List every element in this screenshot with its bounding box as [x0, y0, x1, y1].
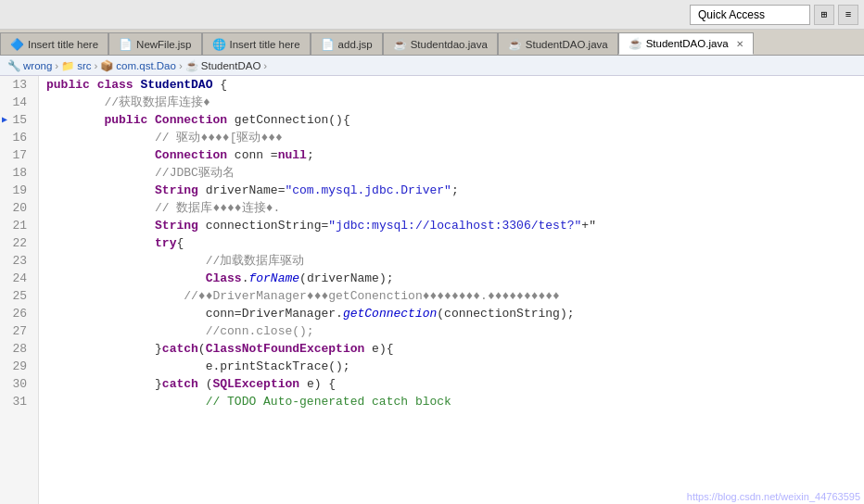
- tab-label-1: Insert title here: [28, 39, 98, 50]
- tab-icon-1: 🔷: [10, 38, 24, 51]
- code-line-21: String connectionString="jdbc:mysql://lo…: [39, 217, 864, 234]
- line-num-25: 25: [0, 287, 32, 305]
- code-line-15: public Connection getConnection(){: [39, 111, 864, 129]
- tab-studentdao-java-1[interactable]: ☕ Studentdao.java: [383, 32, 498, 55]
- breadcrumb-package[interactable]: com.qst.Dao: [116, 60, 176, 71]
- code-line-14: //获取数据库连接♦: [39, 94, 864, 111]
- code-line-29: e.printStackTrace();: [39, 358, 864, 375]
- breadcrumb-src-icon: 📁: [61, 59, 74, 72]
- tab-icon-7: ☕: [629, 37, 642, 50]
- quick-access-area: Quick Access ⊞ ≡: [690, 5, 858, 25]
- tab-label-4: add.jsp: [338, 39, 373, 50]
- breadcrumb-wrong[interactable]: wrong: [23, 60, 52, 71]
- tab-studentdao-java-2[interactable]: ☕ StudentDAO.java: [498, 32, 618, 55]
- quick-access-label: Quick Access: [698, 8, 765, 21]
- tab-icon-6: ☕: [508, 38, 522, 51]
- code-line-26: conn=DriverManager.getConnection(connect…: [39, 305, 864, 322]
- toolbar-icon-2[interactable]: ≡: [838, 5, 858, 25]
- tab-studentdao-java-3[interactable]: ☕ StudentDAO.java ✕: [618, 32, 754, 55]
- code-line-22: try{: [39, 234, 864, 252]
- tab-insert-title-1[interactable]: 🔷 Insert title here: [0, 32, 108, 55]
- code-line-19: String driverName="com.mysql.jdbc.Driver…: [39, 182, 864, 199]
- title-bar: Quick Access ⊞ ≡: [0, 0, 864, 30]
- breadcrumb: 🔧 wrong › 📁 src › 📦 com.qst.Dao › ☕ Stud…: [0, 56, 864, 76]
- code-line-24: Class.forName(driverName);: [39, 270, 864, 287]
- code-line-31: // TODO Auto-generated catch block: [39, 393, 864, 410]
- tab-icon-4: 📄: [321, 38, 335, 51]
- code-area: 13 14 15 16 17 18 19 20 21 22 23 24 25 2…: [0, 76, 864, 504]
- line-num-15: 15: [0, 111, 32, 129]
- line-num-13: 13: [0, 76, 32, 94]
- line-num-21: 21: [0, 217, 32, 234]
- tab-newfile-jsp[interactable]: 📄 NewFile.jsp: [108, 32, 201, 55]
- code-line-13: public class StudentDAO {: [39, 76, 864, 94]
- line-num-17: 17: [0, 146, 32, 164]
- line-num-23: 23: [0, 252, 32, 270]
- line-num-18: 18: [0, 164, 32, 182]
- code-line-30: } catch (SQLException e) {: [39, 375, 864, 393]
- line-numbers: 13 14 15 16 17 18 19 20 21 22 23 24 25 2…: [0, 76, 39, 504]
- code-line-27: //conn.close();: [39, 322, 864, 340]
- tab-add-jsp[interactable]: 📄 add.jsp: [311, 32, 383, 55]
- tab-icon-5: ☕: [393, 38, 407, 51]
- line-num-27: 27: [0, 322, 32, 340]
- line-num-20: 20: [0, 199, 32, 217]
- tab-label-7: StudentDAO.java: [646, 38, 729, 49]
- line-num-24: 24: [0, 270, 32, 287]
- breadcrumb-class: StudentDAO: [201, 60, 261, 71]
- tab-close-icon[interactable]: ✕: [736, 39, 743, 49]
- code-line-25: //♦♦DriverManager♦♦♦getConenction♦♦♦♦♦♦♦…: [39, 287, 864, 305]
- tab-label-6: StudentDAO.java: [526, 39, 608, 50]
- tab-label-5: Studentdao.java: [411, 39, 488, 50]
- line-num-14: 14: [0, 94, 32, 111]
- breadcrumb-src[interactable]: src: [77, 60, 91, 71]
- line-num-30: 30: [0, 375, 32, 393]
- code-line-23: //加载数据库驱动: [39, 252, 864, 270]
- code-line-16: // 驱动♦♦♦♦[驱动♦♦♦: [39, 129, 864, 146]
- breadcrumb-class-icon: ☕: [185, 59, 198, 72]
- tab-label-2: NewFile.jsp: [136, 39, 191, 50]
- code-line-18: //JDBC驱动名: [39, 164, 864, 182]
- line-num-29: 29: [0, 358, 32, 375]
- tab-icon-2: 📄: [119, 38, 133, 51]
- tab-bar: 🔷 Insert title here 📄 NewFile.jsp 🌐 Inse…: [0, 30, 864, 56]
- line-num-16: 16: [0, 129, 32, 146]
- code-content: public class StudentDAO { //获取数据库连接♦ pub…: [39, 76, 864, 504]
- code-line-17: Connection conn = null;: [39, 146, 864, 164]
- line-num-28: 28: [0, 340, 32, 358]
- watermark: https://blog.csdn.net/weixin_44763595: [683, 489, 864, 504]
- line-num-19: 19: [0, 182, 32, 199]
- breadcrumb-pkg-icon: 📦: [100, 59, 113, 72]
- tab-insert-title-2[interactable]: 🌐 Insert title here: [202, 32, 311, 55]
- line-num-22: 22: [0, 234, 32, 252]
- code-line-20: // 数据库♦♦♦♦连接♦.: [39, 199, 864, 217]
- toolbar-icon-1[interactable]: ⊞: [814, 5, 834, 25]
- breadcrumb-icon: 🔧: [7, 59, 20, 72]
- line-num-26: 26: [0, 305, 32, 322]
- quick-access-input[interactable]: Quick Access: [690, 5, 810, 25]
- tab-icon-3: 🌐: [212, 38, 226, 51]
- code-line-28: }catch(ClassNotFoundException e){: [39, 340, 864, 358]
- tab-label-3: Insert title here: [230, 39, 300, 50]
- line-num-31: 31: [0, 393, 32, 410]
